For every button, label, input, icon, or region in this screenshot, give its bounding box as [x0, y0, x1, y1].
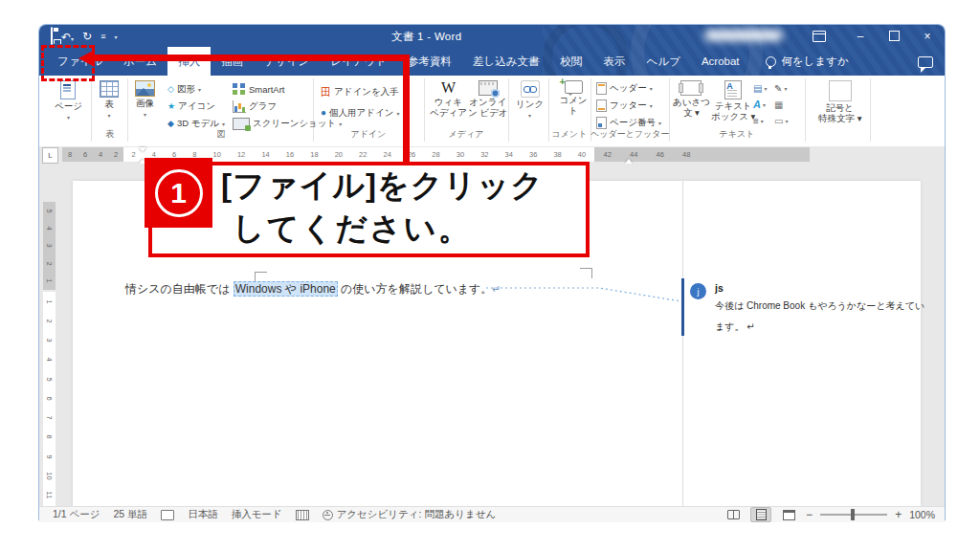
- close-button[interactable]: ×: [915, 28, 940, 44]
- qat-customize-icon[interactable]: ▾: [114, 33, 117, 40]
- page-icon: [60, 80, 76, 99]
- tab-view[interactable]: 表示: [593, 47, 636, 76]
- ribbon-display-options-icon[interactable]: [807, 28, 832, 44]
- redo-icon[interactable]: ↻: [82, 29, 92, 44]
- read-mode-button[interactable]: [724, 508, 743, 521]
- comment-button[interactable]: コメント: [556, 80, 590, 116]
- vruler-margin-numbers: 54321: [43, 202, 56, 290]
- zoom-level[interactable]: 100%: [909, 509, 935, 520]
- wordart-button[interactable]: A▾: [753, 99, 774, 110]
- commented-text-highlight[interactable]: Windows や iPhone: [234, 281, 338, 297]
- group-media: W ウィキ ペディア オンライ ン ビデオ メディア: [424, 78, 509, 142]
- tab-design[interactable]: デザイン: [254, 47, 320, 76]
- shapes-icon: ◇: [167, 85, 174, 94]
- tab-selector-box[interactable]: L: [42, 147, 58, 164]
- window-chrome: ↶▾ ↻ ≡ ▾ 文書 1 - Word – × ファイル ホーム 挿入 描画 …: [39, 25, 945, 76]
- save-icon[interactable]: [51, 28, 53, 45]
- object-button[interactable]: ▭▾: [774, 117, 795, 126]
- print-layout-button[interactable]: [750, 507, 771, 522]
- icons-button[interactable]: ★ アイコン: [167, 99, 215, 114]
- smartart-button[interactable]: SmartArt: [233, 81, 284, 97]
- comment-icon: [565, 80, 583, 94]
- page-right-boundary: [682, 181, 683, 506]
- web-layout-button[interactable]: [779, 508, 798, 521]
- page-number-icon: [596, 117, 607, 129]
- object-icon: ▭: [774, 117, 783, 126]
- lightbulb-icon: [766, 56, 776, 67]
- group-comments: コメント コメント: [548, 78, 591, 142]
- comments-bubble-icon[interactable]: [918, 56, 933, 68]
- icons-icon: ★: [167, 102, 175, 111]
- vruler-main-numbers: 123456789101112: [43, 292, 56, 506]
- online-video-button[interactable]: オンライ ン ビデオ: [468, 80, 508, 118]
- greeting-button[interactable]: あいさつ 文 ▾: [673, 80, 710, 118]
- pictures-button[interactable]: 画像 ▾: [135, 80, 155, 118]
- drop-cap-icon: ≡: [753, 117, 759, 126]
- signature-line-button[interactable]: ✎▾: [774, 84, 795, 94]
- shapes-button[interactable]: ◇ 図形▾: [167, 81, 201, 97]
- proofing-icon[interactable]: [161, 510, 174, 520]
- ribbon-tab-bar: ファイル ホーム 挿入 描画 デザイン レイアウト 参考資料 差し込み文書 校閲…: [39, 47, 945, 76]
- chart-icon: [233, 100, 246, 113]
- omega-icon: [829, 80, 852, 101]
- tell-me-search[interactable]: 何をしますか: [766, 47, 849, 76]
- drop-cap-button[interactable]: ≡▾: [753, 117, 774, 126]
- qat-extra-icon[interactable]: ≡: [100, 29, 105, 44]
- text-box-button[interactable]: テキスト ボックス ▾: [711, 80, 755, 121]
- pages-button[interactable]: ページ ▾: [55, 80, 82, 121]
- tab-home[interactable]: ホーム: [113, 47, 167, 76]
- language-status[interactable]: 日本語: [188, 508, 218, 521]
- comment-selection-bar: [681, 278, 684, 336]
- annotation-arrow-shaft: [85, 55, 410, 61]
- symbol-button[interactable]: 記号と 特殊文字 ▾: [818, 80, 861, 123]
- tab-help[interactable]: ヘルプ: [636, 47, 691, 76]
- table-icon: [100, 80, 119, 98]
- document-text-line[interactable]: 情シスの自由帳では Windows や iPhone の使い方を解説しています。…: [125, 281, 501, 298]
- word-count[interactable]: 25 単語: [114, 508, 148, 521]
- right-indent-marker[interactable]: [625, 155, 633, 164]
- my-addins-button[interactable]: ● 個人用アドイン▾: [321, 105, 399, 121]
- tab-draw[interactable]: 描画: [211, 47, 254, 76]
- comment-text[interactable]: 今後は Chrome Book もやろうかなーと考えてい: [715, 299, 924, 313]
- quick-parts-button[interactable]: ▤▾: [753, 84, 774, 94]
- undo-button[interactable]: ↶▾: [61, 28, 74, 45]
- link-button[interactable]: リンク ▾: [516, 80, 544, 119]
- table-button[interactable]: 表 ▾: [100, 80, 119, 119]
- header-button[interactable]: ヘッダー▾: [596, 80, 653, 96]
- ruler-margin-numbers: 8642: [62, 147, 123, 162]
- footer-button[interactable]: フッター▾: [596, 98, 653, 113]
- get-addins-button[interactable]: 田 アドインを入手: [321, 84, 399, 99]
- online-video-icon: [479, 80, 498, 96]
- insert-mode-status[interactable]: 挿入モード: [232, 508, 282, 521]
- maximize-button[interactable]: [881, 28, 906, 44]
- tab-layout[interactable]: レイアウト: [320, 47, 397, 76]
- macro-record-icon[interactable]: [296, 510, 309, 520]
- zoom-slider-thumb[interactable]: [851, 509, 855, 520]
- tab-mailings[interactable]: 差し込み文書: [462, 47, 550, 76]
- picture-icon: [135, 80, 155, 97]
- zoom-in-button[interactable]: +: [895, 508, 902, 521]
- date-time-button[interactable]: ▦: [774, 100, 795, 110]
- text-box-icon: [724, 80, 742, 99]
- tab-acrobat[interactable]: Acrobat: [691, 47, 750, 76]
- tab-review[interactable]: 校閲: [550, 47, 593, 76]
- paragraph-return-mark: ↵: [492, 283, 501, 295]
- zoom-out-button[interactable]: −: [806, 508, 813, 521]
- wikipedia-button[interactable]: W ウィキ ペディア: [430, 80, 467, 118]
- comment-avatar[interactable]: j: [690, 283, 706, 299]
- comment-author[interactable]: js: [715, 282, 724, 294]
- tab-insert[interactable]: 挿入: [167, 47, 211, 76]
- page-count[interactable]: 1/1 ページ: [53, 508, 100, 521]
- group-table: 表 ▾ 表: [93, 78, 128, 142]
- my-addins-icon: ●: [321, 108, 326, 118]
- minimize-button[interactable]: –: [848, 28, 873, 44]
- text-boundary-mark: [580, 268, 592, 278]
- vertical-ruler[interactable]: 54321 123456789101112: [43, 178, 56, 506]
- screen: ↶▾ ↻ ≡ ▾ 文書 1 - Word – × ファイル ホーム 挿入 描画 …: [0, 0, 980, 551]
- window-title: 文書 1 - Word: [391, 30, 461, 44]
- chart-button[interactable]: グラフ: [233, 99, 277, 114]
- group-illustrations: 画像 ▾ ◇ 図形▾ ★ アイコン ◆ 3D モデル▾ SmartArt: [129, 78, 314, 142]
- accessibility-status[interactable]: アクセシビリティ: 問題ありません: [323, 508, 497, 521]
- zoom-slider[interactable]: [820, 514, 887, 516]
- comment-text[interactable]: ます。 ↵: [715, 320, 755, 334]
